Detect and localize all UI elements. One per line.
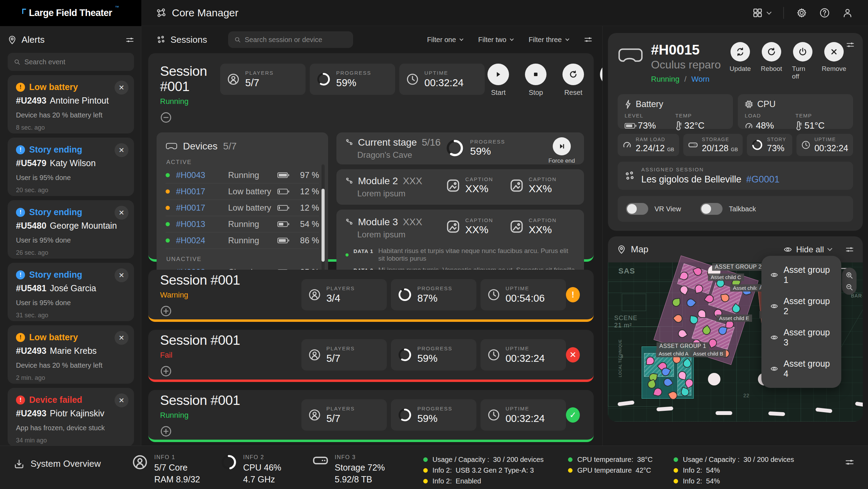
filter-sliders-icon[interactable] xyxy=(126,36,134,44)
caption-label: CAPTION xyxy=(529,176,557,182)
reset-button[interactable]: Reset xyxy=(560,64,587,97)
eye-icon xyxy=(770,303,778,310)
toggle-switch[interactable] xyxy=(700,203,723,215)
assigned-session-link[interactable]: #G0001 xyxy=(746,174,779,185)
settings-gear-button[interactable] xyxy=(796,8,807,18)
filter-sliders-icon[interactable] xyxy=(845,245,854,254)
session-card-fail[interactable]: Session #001 Fail PLAYERS5/7 PROGRESS59%… xyxy=(148,330,594,382)
filter-sliders-icon[interactable] xyxy=(846,41,854,49)
device-status: Running xyxy=(228,219,277,229)
data-text: Habitant risus et turpis vitae neque nun… xyxy=(378,247,575,262)
battery-percent: 12 % xyxy=(292,203,319,213)
zoom-out-button[interactable] xyxy=(845,283,853,291)
filter-sliders-icon[interactable] xyxy=(584,35,592,44)
force-end-button[interactable]: Force end xyxy=(548,137,575,164)
devices-card: Devices 5/7 ACTIVE #H0043 Running 97 % #… xyxy=(157,132,328,281)
session-card-running[interactable]: Session #001 Running PLAYERS5/7 PROGRESS… xyxy=(148,390,594,442)
remove-button[interactable]: Remove xyxy=(823,42,845,80)
cpu-load: 48% xyxy=(756,120,774,131)
asset-group-2-item[interactable]: Asset group 2 xyxy=(770,296,832,316)
hide-all-dropdown[interactable]: Hide all xyxy=(784,245,832,254)
caption-block: CAPTION XX% xyxy=(446,176,493,195)
apps-menu-button[interactable] xyxy=(753,8,771,18)
alert-card[interactable]: !Device failed #U2493Piotr Kajinskiv App… xyxy=(8,388,134,446)
sessions-title: Sessions xyxy=(170,34,207,45)
filter-sliders-icon[interactable] xyxy=(845,458,854,467)
status-dot xyxy=(674,457,678,462)
zoom-in-button[interactable] xyxy=(845,271,853,279)
collapse-button[interactable] xyxy=(160,112,172,123)
add-button[interactable]: Add xyxy=(597,64,602,97)
device-id-link[interactable]: #H0013 xyxy=(176,219,228,229)
assigned-label: ASSIGNED SESSION xyxy=(641,166,779,172)
start-button[interactable]: Start xyxy=(485,64,512,97)
asset-marker xyxy=(672,298,681,307)
update-button[interactable]: Update xyxy=(729,42,751,80)
filter-two-dropdown[interactable]: Filter two xyxy=(478,36,513,44)
asset-group-4-item[interactable]: Asset group 4 xyxy=(770,359,832,379)
alert-card[interactable]: !Story ending #U5479Katy Wilson User is … xyxy=(8,138,134,196)
alert-card[interactable]: !Low battery #U2493Antoine Pintout Devic… xyxy=(8,75,134,133)
devices-scrollbar[interactable] xyxy=(322,164,325,275)
session-card-expanded[interactable]: Session #001 Running PLAYERS 5/7 PROGRES… xyxy=(148,53,594,262)
expand-button[interactable] xyxy=(160,365,172,377)
alert-close-button[interactable]: ✕ xyxy=(115,206,128,220)
battery-icon xyxy=(277,205,288,211)
asset-group-2-label: ASSET GROUP 2 xyxy=(712,263,765,271)
device-id-link[interactable]: #H0017 xyxy=(176,203,228,213)
force-end-label: Force end xyxy=(548,157,575,164)
system-overview[interactable]: System Overview xyxy=(14,458,101,469)
alert-title: Device failed xyxy=(29,395,82,405)
alerts-search[interactable] xyxy=(8,53,134,71)
device-status: Low battery xyxy=(228,203,277,213)
vr-view-toggle[interactable]: VR View xyxy=(626,203,681,215)
assigned-session[interactable]: ASSIGNED SESSION Les gigolos de Bellevil… xyxy=(618,162,853,190)
device-id-link[interactable]: #H0024 xyxy=(176,236,228,245)
device-row[interactable]: #H0024 Running 86 % xyxy=(166,233,319,249)
alert-timestamp: 20 sec. ago xyxy=(16,187,126,194)
devices-unactive-label: UNACTIVE xyxy=(166,256,319,263)
reboot-button[interactable]: Reboot xyxy=(761,42,782,80)
alert-close-button[interactable]: ✕ xyxy=(115,393,128,407)
turn-off-button[interactable]: Turn off xyxy=(792,42,813,80)
alert-card[interactable]: !Story ending #U5480George Mountain User… xyxy=(8,200,134,259)
players-icon xyxy=(308,288,321,301)
filter-one-dropdown[interactable]: Filter one xyxy=(427,36,463,44)
expand-button[interactable] xyxy=(160,305,172,317)
alert-close-button[interactable]: ✕ xyxy=(115,143,128,157)
alert-card[interactable]: !Low battery #U2493Marie Krebs Device ha… xyxy=(8,325,134,384)
module-title: Module 2 xyxy=(358,176,398,187)
battery-temp: 32°C xyxy=(684,120,704,131)
alerts-search-input[interactable] xyxy=(24,58,128,66)
session-card-warning[interactable]: Session #001 Warning PLAYERS3/4 PROGRESS… xyxy=(148,270,594,322)
device-row[interactable]: #H0017 Low battery 12 % xyxy=(166,200,319,216)
session-status: Running xyxy=(160,97,207,106)
sessions-icon xyxy=(157,35,166,44)
expand-button[interactable] xyxy=(160,425,172,437)
stop-button[interactable]: Stop xyxy=(522,64,549,97)
sessions-search[interactable] xyxy=(228,31,353,48)
asset-group-1-item[interactable]: Asset group 1 xyxy=(770,265,832,285)
session-title: Session #001 xyxy=(160,272,242,288)
device-id-link[interactable]: #H0043 xyxy=(176,170,228,180)
headset-icon xyxy=(166,142,177,150)
alert-close-button[interactable]: ✕ xyxy=(115,331,128,345)
help-button[interactable] xyxy=(819,8,830,18)
alert-card[interactable]: !Story ending #U5481José Garcia User is … xyxy=(8,263,134,321)
filter-three-dropdown[interactable]: Filter three xyxy=(528,36,569,44)
talkback-toggle[interactable]: Talkback xyxy=(700,203,756,215)
alert-close-button[interactable]: ✕ xyxy=(115,268,128,282)
toggle-switch[interactable] xyxy=(626,203,648,215)
device-row[interactable]: #H0017 Low battery 12 % xyxy=(166,184,319,200)
device-row[interactable]: #H0043 Running 97 % xyxy=(166,167,319,184)
sessions-search-input[interactable] xyxy=(245,36,347,44)
module-subtitle: Lorem ipsum xyxy=(357,189,422,198)
map-label-sas: SAS xyxy=(618,267,635,276)
alert-close-button[interactable]: ✕ xyxy=(115,81,128,95)
device-id-link[interactable]: #H0017 xyxy=(176,187,228,196)
brand-trademark: ™ xyxy=(115,5,119,10)
account-button[interactable] xyxy=(842,8,853,18)
device-row[interactable]: #H0013 Running 54 % xyxy=(166,216,319,233)
uptime-tile: UPTIME 00:32:24 xyxy=(796,134,853,156)
asset-group-3-item[interactable]: Asset group 3 xyxy=(770,327,832,348)
